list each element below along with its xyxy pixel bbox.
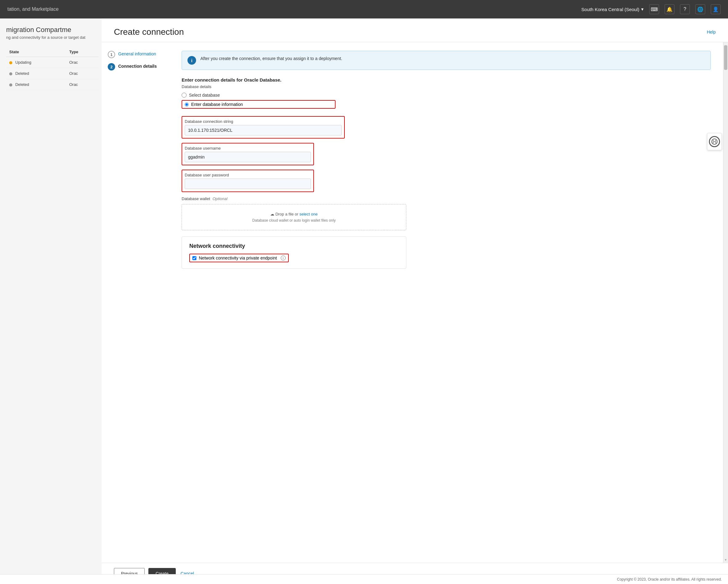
db-pass-group: Database user password xyxy=(182,170,314,192)
help-float-icon xyxy=(709,136,720,147)
step-1-label[interactable]: General information xyxy=(118,51,156,56)
scroll-thumb xyxy=(724,45,727,70)
enter-db-radio[interactable] xyxy=(185,103,189,106)
section-subtitle: Database details xyxy=(182,84,711,89)
info-icon: i xyxy=(187,56,196,65)
table-row: Deleted Orac xyxy=(6,68,99,79)
db-user-label: Database username xyxy=(185,146,311,151)
modal-header: Create connection Help xyxy=(102,19,728,42)
step-2-circle: 2 xyxy=(108,63,115,71)
section-title: Enter connection details for Oracle Data… xyxy=(182,77,711,82)
background-table: State Type Updating Orac Deleted Orac xyxy=(6,47,99,90)
db-user-input[interactable] xyxy=(185,152,311,162)
network-checkbox-label: Network connectivity via private endpoin… xyxy=(199,255,277,260)
upload-select-link[interactable]: select one xyxy=(300,212,318,217)
row1-type: Orac xyxy=(66,57,99,68)
svg-point-3 xyxy=(713,143,714,144)
code-icon[interactable]: ⌨ xyxy=(649,4,659,14)
upload-hint: Database cloud wallet or auto login wall… xyxy=(189,218,399,223)
row3-state: Deleted xyxy=(16,82,29,87)
db-wallet-label: Database wallet xyxy=(182,196,210,201)
db-wallet-group: Database wallet Optional ☁ Drop a file o… xyxy=(182,196,711,230)
step-1-circle: 1 xyxy=(108,51,115,58)
network-checkbox-highlight: Network connectivity via private endpoin… xyxy=(189,254,289,262)
upload-area[interactable]: ☁ Drop a file or select one Database clo… xyxy=(182,204,406,230)
db-conn-group: Database connection string xyxy=(182,116,345,138)
background-page: migration Compartme ng and connectivity … xyxy=(0,19,105,584)
select-db-radio[interactable] xyxy=(182,93,186,98)
radio-select-db[interactable]: Select database xyxy=(182,93,711,98)
row2-state: Deleted xyxy=(16,71,29,76)
scrollbar[interactable]: ▼ xyxy=(723,42,728,563)
region-selector[interactable]: South Korea Central (Seoul) ▾ xyxy=(581,6,644,12)
row2-type: Orac xyxy=(66,68,99,79)
user-icon[interactable]: 👤 xyxy=(711,4,721,14)
form-area: i After you create the connection, ensur… xyxy=(169,42,723,563)
svg-point-2 xyxy=(716,140,716,141)
radio-group: Select database Enter database informati… xyxy=(182,93,711,111)
copyright: Copyright © 2023, Oracle and/or its affi… xyxy=(0,574,728,584)
table-row: Deleted Orac xyxy=(6,79,99,90)
db-conn-input[interactable] xyxy=(185,125,342,135)
modal-title: Create connection xyxy=(114,27,184,37)
modal-panel: Create connection Help 1 General informa… xyxy=(102,19,728,584)
nav-right: South Korea Central (Seoul) ▾ ⌨ 🔔 ? 🌐 👤 xyxy=(581,4,721,14)
enter-db-info-highlight: Enter database information xyxy=(182,100,336,109)
table-row: Updating Orac xyxy=(6,57,99,68)
modal-body: 1 General information 2 Connection detai… xyxy=(102,42,728,563)
svg-point-5 xyxy=(714,141,715,142)
status-dot-orange xyxy=(9,61,12,64)
floating-help-button[interactable] xyxy=(707,133,722,150)
db-user-group: Database username xyxy=(182,143,314,165)
network-checkbox[interactable] xyxy=(192,256,197,260)
help-link[interactable]: Help xyxy=(707,29,716,34)
info-box: i After you create the connection, ensur… xyxy=(182,51,711,70)
info-message: After you create the connection, ensure … xyxy=(200,56,342,61)
svg-point-7 xyxy=(716,141,716,142)
db-pass-label: Database user password xyxy=(185,173,311,177)
enter-db-label: Enter database information xyxy=(191,102,243,107)
status-dot-gray xyxy=(9,83,12,86)
bg-subtitle: ng and connectivity for a source or targ… xyxy=(6,35,99,40)
svg-point-1 xyxy=(713,140,714,141)
help-icon[interactable]: ? xyxy=(680,4,690,14)
svg-point-6 xyxy=(713,141,714,142)
scroll-down-arrow[interactable]: ▼ xyxy=(724,558,727,561)
db-conn-label: Database connection string xyxy=(185,119,342,124)
network-section: Network connectivity Network connectivit… xyxy=(182,236,406,269)
db-pass-input[interactable] xyxy=(185,179,311,189)
step-1: 1 General information xyxy=(108,51,163,58)
region-label: South Korea Central (Seoul) xyxy=(581,7,639,12)
step-2-label: Connection details xyxy=(118,63,157,69)
upload-icon: ☁ Drop a file or select one xyxy=(189,212,399,217)
bell-icon[interactable]: 🔔 xyxy=(665,4,674,14)
col-type: Type xyxy=(66,47,99,57)
network-info-icon[interactable]: i xyxy=(281,255,286,260)
svg-point-4 xyxy=(716,143,716,144)
globe-icon[interactable]: 🌐 xyxy=(695,4,705,14)
db-wallet-optional: Optional xyxy=(213,196,228,201)
row1-state: Updating xyxy=(16,60,31,65)
bg-title: migration Compartme xyxy=(6,26,99,34)
col-state: State xyxy=(6,47,66,57)
step-2: 2 Connection details xyxy=(108,63,163,71)
stepper: 1 General information 2 Connection detai… xyxy=(102,42,169,563)
row3-type: Orac xyxy=(66,79,99,90)
top-nav: tation, and Marketplace South Korea Cent… xyxy=(0,0,728,19)
nav-left-text: tation, and Marketplace xyxy=(7,6,58,12)
region-chevron: ▾ xyxy=(641,6,644,12)
status-dot-gray xyxy=(9,72,12,75)
select-db-label: Select database xyxy=(189,93,220,98)
network-title: Network connectivity xyxy=(189,243,399,249)
